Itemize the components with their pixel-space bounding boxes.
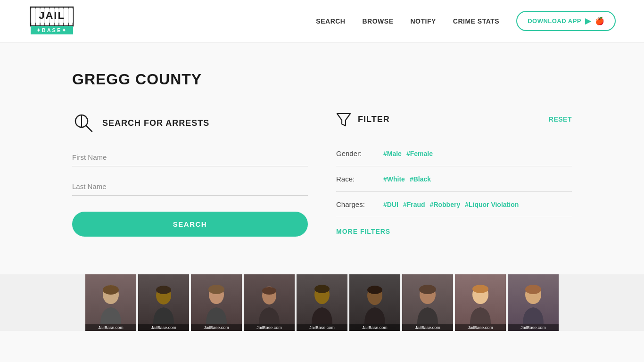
main-content: GREGG COUNTY SEARCH FOR ARRESTS (63, 42, 581, 255)
mugshot-2[interactable]: JailBase.com (138, 274, 189, 331)
search-panel: SEARCH FOR ARRESTS SEARCH (72, 112, 308, 237)
mugshot-watermark: JailBase.com (402, 324, 453, 331)
filter-left: FILTER (336, 112, 390, 127)
svg-point-22 (208, 285, 224, 294)
mugshot-watermark: JailBase.com (244, 324, 295, 331)
race-tags: #White #Black (383, 175, 431, 183)
download-app-button[interactable]: DOWNLOAD APP ▶ 🍎 (516, 11, 616, 31)
mugshot-7[interactable]: JailBase.com (402, 274, 453, 331)
filter-panel: FILTER RESET Gender: #Male #Female Race:… (336, 112, 572, 237)
svg-point-20 (156, 286, 171, 294)
mugshot-watermark: JailBase.com (349, 324, 400, 331)
download-app-label: DOWNLOAD APP (528, 17, 581, 25)
last-name-field (72, 178, 308, 196)
search-button[interactable]: SEARCH (72, 212, 308, 237)
gender-tags: #Male #Female (383, 150, 433, 157)
mugshot-watermark: JailBase.com (297, 324, 347, 331)
svg-point-26 (314, 285, 330, 293)
apple-icon: 🍎 (595, 16, 605, 25)
race-black-tag[interactable]: #Black (410, 175, 431, 183)
svg-marker-16 (337, 114, 350, 126)
mugshot-9[interactable]: JailBase.com (508, 274, 559, 331)
mugshot-1[interactable]: JailBase.com (85, 274, 136, 331)
svg-point-32 (472, 285, 488, 293)
first-name-input[interactable] (72, 148, 308, 166)
gender-label: Gender: (336, 149, 374, 157)
search-heading: SEARCH FOR ARRESTS (72, 112, 308, 134)
svg-text:✦BASE✦: ✦BASE✦ (36, 27, 68, 33)
content-grid: SEARCH FOR ARRESTS SEARCH FILTER R (72, 112, 572, 237)
nav-browse[interactable]: BROWSE (362, 17, 393, 25)
gender-female-tag[interactable]: #Female (406, 150, 433, 157)
nav-crime-stats[interactable]: CRIME STATS (453, 17, 499, 25)
mugshot-watermark: JailBase.com (85, 324, 136, 331)
charges-tags: #DUI #Fraud #Robbery #Liquor Violation (383, 201, 519, 208)
mugshot-4[interactable]: JailBase.com (244, 274, 295, 331)
mugshot-8[interactable]: JailBase.com (455, 274, 506, 331)
search-arrests-icon (73, 113, 94, 133)
search-icon-wrapper (72, 112, 95, 134)
charges-label: Charges: (336, 200, 374, 208)
first-name-field (72, 148, 308, 166)
svg-point-28 (367, 286, 382, 294)
logo-container: JAIL ✦BASE✦ (28, 5, 75, 38)
more-filters-button[interactable]: MORE FILTERS (336, 228, 390, 235)
reset-button[interactable]: RESET (549, 115, 572, 123)
svg-point-30 (419, 285, 436, 294)
mugshot-watermark: JailBase.com (138, 324, 189, 331)
svg-point-24 (262, 287, 276, 295)
photo-strip: JailBase.com JailBase.com JailBase.com (0, 274, 644, 331)
svg-line-15 (86, 125, 92, 132)
charge-fraud-tag[interactable]: #Fraud (403, 201, 425, 208)
filter-heading-text: FILTER (358, 115, 390, 124)
charge-robbery-tag[interactable]: #Robbery (430, 201, 461, 208)
mugshot-watermark: JailBase.com (191, 324, 242, 331)
nav-notify[interactable]: NOTIFY (410, 17, 436, 25)
logo[interactable]: JAIL ✦BASE✦ (28, 5, 75, 38)
header: JAIL ✦BASE✦ SEARCH BROWSE NOTIFY CRIME S… (0, 0, 644, 42)
play-icon: ▶ (585, 16, 591, 25)
page-title: GREGG COUNTY (72, 71, 572, 88)
svg-point-18 (103, 285, 119, 295)
mugshot-watermark: JailBase.com (508, 324, 559, 331)
race-label: Race: (336, 175, 374, 183)
mugshot-watermark: JailBase.com (455, 324, 506, 331)
mugshot-3[interactable]: JailBase.com (191, 274, 242, 331)
search-heading-text: SEARCH FOR ARRESTS (102, 118, 209, 128)
main-nav: SEARCH BROWSE NOTIFY CRIME STATS DOWNLOA… (316, 11, 616, 31)
mugshot-5[interactable]: JailBase.com (297, 274, 347, 331)
last-name-input[interactable] (72, 178, 308, 196)
filter-icon (336, 112, 351, 127)
filter-heading: FILTER RESET (336, 112, 572, 127)
gender-male-tag[interactable]: #Male (383, 150, 402, 157)
nav-search[interactable]: SEARCH (316, 17, 345, 25)
svg-point-34 (525, 285, 541, 294)
race-white-tag[interactable]: #White (383, 175, 405, 183)
charge-dui-tag[interactable]: #DUI (383, 201, 398, 208)
gender-filter-row: Gender: #Male #Female (336, 141, 572, 166)
charge-liquor-tag[interactable]: #Liquor Violation (465, 201, 519, 208)
charges-filter-row: Charges: #DUI #Fraud #Robbery #Liquor Vi… (336, 192, 572, 217)
mugshot-6[interactable]: JailBase.com (349, 274, 400, 331)
race-filter-row: Race: #White #Black (336, 166, 572, 192)
svg-text:JAIL: JAIL (39, 9, 65, 21)
